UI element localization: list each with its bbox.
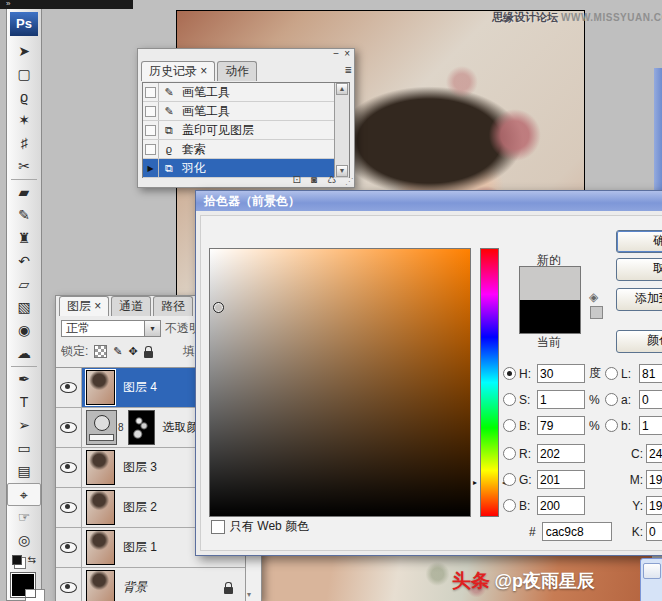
visibility-cell[interactable] [56, 368, 82, 407]
field-input-a[interactable] [639, 390, 662, 409]
minimize-icon[interactable]: − [333, 48, 339, 59]
radio-lab-b[interactable] [605, 419, 618, 432]
background-window-button[interactable] [643, 563, 661, 579]
field-input-s[interactable] [537, 390, 585, 409]
lasso-tool[interactable]: ϱ [7, 86, 41, 109]
gradient-tool[interactable]: ▧ [7, 296, 41, 319]
history-item[interactable]: ✎ 画笔工具 [143, 83, 349, 102]
zoom-tool[interactable]: ◎ [7, 529, 41, 552]
marquee-tool[interactable]: ▢ [7, 63, 41, 86]
web-gamut-warning-icon[interactable]: ◈ [589, 290, 598, 304]
visibility-cell[interactable] [56, 408, 82, 447]
shape-tool[interactable]: ▭ [7, 437, 41, 460]
default-colors-icon[interactable] [12, 555, 22, 565]
field-input-b2[interactable] [537, 496, 585, 515]
history-brush-tool[interactable]: ↶ [7, 250, 41, 273]
color-field-marker[interactable] [213, 302, 224, 313]
field-input-c[interactable] [646, 444, 662, 463]
crop-tool[interactable]: ♯ [7, 132, 41, 155]
brush-tool[interactable]: ✎ [7, 204, 41, 227]
history-scrollbar[interactable]: ▲ ▼ [334, 83, 349, 177]
history-source-checkbox[interactable] [143, 102, 159, 120]
eraser-tool[interactable]: ▱ [7, 273, 41, 296]
panel-collapse-bar[interactable]: » [0, 0, 133, 9]
layer-thumbnail[interactable] [86, 450, 115, 485]
field-input-k[interactable] [646, 522, 662, 541]
field-input-g[interactable] [537, 470, 585, 489]
visibility-cell[interactable] [56, 448, 82, 487]
resize-grip-icon[interactable]: ⋰ [345, 177, 353, 186]
color-libraries-button[interactable]: 颜色库 [616, 330, 662, 353]
new-snapshot-icon[interactable]: ◙ [311, 174, 317, 185]
layer-thumbnail[interactable] [86, 530, 115, 565]
tab-close-icon[interactable]: × [94, 299, 101, 313]
tab-channels[interactable]: 通道 [111, 296, 151, 316]
tab-close-icon[interactable]: × [200, 64, 207, 78]
history-item[interactable]: ⧉ 盖印可见图层 [143, 121, 349, 140]
field-input-h[interactable] [537, 364, 585, 383]
history-source-checkbox[interactable] [143, 140, 159, 158]
radio-a[interactable] [605, 393, 618, 406]
radio-l[interactable] [605, 367, 618, 380]
history-item[interactable]: ✎ 画笔工具 [143, 102, 349, 121]
radio-r[interactable] [503, 447, 516, 460]
eye-icon[interactable] [60, 462, 77, 473]
notes-tool[interactable]: ▤ [7, 460, 41, 483]
close-icon[interactable]: × [344, 48, 350, 59]
lock-all-icon[interactable] [144, 351, 153, 358]
clone-stamp-tool[interactable]: ♜ [7, 227, 41, 250]
field-input-m[interactable] [646, 470, 662, 489]
scroll-up-icon[interactable]: ▲ [336, 83, 348, 95]
cancel-button[interactable]: 取消 [616, 258, 662, 281]
hex-input[interactable] [542, 522, 612, 541]
layer-thumbnail[interactable] [86, 370, 115, 405]
visibility-cell[interactable] [56, 528, 82, 567]
scroll-down-icon[interactable]: ▾ [247, 590, 251, 599]
slice-tool[interactable]: ✂ [7, 155, 41, 178]
field-input-b[interactable] [537, 416, 585, 435]
blur-tool[interactable]: ◉ [7, 319, 41, 342]
eye-icon[interactable] [60, 502, 77, 513]
path-select-tool[interactable]: ➢ [7, 414, 41, 437]
history-source-checkbox[interactable] [143, 121, 159, 139]
visibility-cell[interactable] [56, 568, 82, 601]
hue-slider[interactable]: ▸ ◂ [480, 248, 499, 517]
sponge-tool[interactable]: ☁ [7, 342, 41, 365]
eye-icon[interactable] [60, 582, 77, 593]
swap-colors-icon[interactable]: ⇆ [28, 554, 36, 565]
healing-brush-tool[interactable]: ▰ [7, 181, 41, 204]
radio-s[interactable] [503, 393, 516, 406]
radio-g[interactable] [503, 473, 516, 486]
field-input-r[interactable] [537, 444, 585, 463]
layer-row-background[interactable]: 背景 [56, 568, 261, 601]
lock-transparency-icon[interactable] [94, 345, 107, 358]
type-tool[interactable]: T [7, 391, 41, 414]
background-color-swatch[interactable] [25, 589, 45, 601]
lock-position-icon[interactable]: ✥ [129, 345, 138, 358]
tab-paths[interactable]: 路径 [153, 296, 193, 316]
delete-icon[interactable]: ♺ [327, 174, 336, 185]
blend-mode-select[interactable]: 正常 ▾ [61, 320, 161, 337]
ok-button[interactable]: 确定 [616, 230, 662, 253]
hand-tool[interactable]: ☞ [7, 506, 41, 529]
layer-thumbnail[interactable] [86, 570, 115, 601]
adjustment-layer-thumbnail[interactable] [86, 410, 117, 445]
new-doc-from-state-icon[interactable]: ⊡ [293, 174, 301, 185]
layer-thumbnail[interactable] [86, 490, 115, 525]
eye-icon[interactable] [60, 542, 77, 553]
panel-menu-icon[interactable]: ≣ [344, 65, 352, 75]
field-input-l[interactable] [639, 364, 662, 383]
web-colors-checkbox[interactable] [211, 520, 225, 534]
history-item[interactable]: ϱ 套索 [143, 140, 349, 159]
magic-wand-tool[interactable]: ✶ [7, 109, 41, 132]
tab-history[interactable]: 历史记录 × [141, 61, 215, 81]
radio-h[interactable] [503, 367, 516, 380]
field-input-lab-b[interactable] [639, 416, 662, 435]
field-input-y[interactable] [646, 496, 662, 515]
eye-icon[interactable] [60, 382, 77, 393]
hue-marker-left-icon[interactable]: ▸ [473, 479, 477, 487]
collapse-arrows-icon[interactable]: » [6, 0, 10, 8]
tab-layers[interactable]: 图层 × [59, 296, 109, 316]
add-to-swatches-button[interactable]: 添加到色板 [616, 288, 662, 311]
chevron-down-icon[interactable]: ▾ [144, 321, 160, 336]
